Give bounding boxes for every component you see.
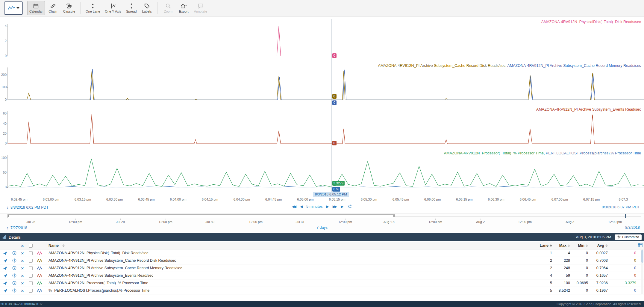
x-axis-label: 6:07:15 pm <box>583 198 600 201</box>
step-forward-button[interactable]: ▶ <box>326 204 329 209</box>
sparkline-icon <box>35 281 44 285</box>
timeline-label: Aug 2 <box>476 220 485 224</box>
toolbar-zoom-button[interactable]: Zoom <box>161 1 176 15</box>
signal-name-cell[interactable]: %PERF.LOCALHOST.Process(piarchss).% Proc… <box>44 288 535 293</box>
timeline-label: 12:00 pm <box>338 220 352 224</box>
table-scrollbar-thumb[interactable] <box>641 250 643 263</box>
row-checkbox[interactable] <box>26 289 35 293</box>
jump-to-signal-button[interactable] <box>0 258 10 263</box>
header-select-all-checkbox[interactable] <box>26 244 35 248</box>
remove-signal-button[interactable]: × <box>19 251 26 255</box>
y-tick-mark <box>7 187 8 188</box>
jump-to-signal-button[interactable] <box>0 288 10 293</box>
skip-end-button[interactable]: ▶ <box>341 204 344 209</box>
info-button[interactable] <box>10 281 19 285</box>
timeline-right-handle[interactable] <box>393 215 395 217</box>
footer: 20.0.38.04-v201808040102 Copyright © 201… <box>0 301 644 307</box>
step-back-button[interactable]: ◀ <box>300 204 303 209</box>
y-tick-label: 20 <box>0 132 7 135</box>
timeline-tick <box>166 219 166 220</box>
toolbar-one-y-axis-button[interactable]: One Y-Axis <box>103 1 123 15</box>
manage-columns-button[interactable] <box>636 243 644 248</box>
jump-to-signal-button[interactable] <box>0 273 10 278</box>
remove-signal-button[interactable]: × <box>19 289 26 293</box>
x-axis-label: 6:05:30 pm <box>361 198 377 201</box>
toolbar-one-lane-button[interactable]: One Lane <box>84 1 102 15</box>
y-tick-mark <box>7 56 8 56</box>
info-button[interactable] <box>10 258 19 263</box>
skip-forward-button[interactable]: ▶▶ <box>333 204 337 209</box>
info-button[interactable] <box>10 251 19 255</box>
info-button[interactable] <box>10 273 19 278</box>
value-cell: 3.3279 <box>608 281 636 285</box>
x-axis-label: 6:07:3 <box>619 198 628 201</box>
header-remove-all[interactable]: × <box>19 244 26 248</box>
remove-signal-button[interactable]: × <box>19 281 26 285</box>
row-checkbox[interactable] <box>26 259 35 263</box>
timeline-tick <box>615 219 615 220</box>
table-row: ×AMAZONA-4RV912N_PI Archive Subsystem_Ev… <box>0 272 644 279</box>
info-button[interactable] <box>10 266 19 270</box>
y-tick-label: 100 <box>0 156 7 159</box>
header-max[interactable]: Max <box>552 243 570 248</box>
avg-cell: 0.1967 <box>588 288 608 293</box>
nav-end-label[interactable]: 8/3/2018 6:07 PM PDT <box>602 205 640 209</box>
signal-name: PERF.LOCALHOST.Process(piarchss).% Proce… <box>54 288 149 293</box>
table-scrollbar[interactable] <box>641 249 643 294</box>
capsule-label: Capsule <box>63 10 75 13</box>
timeline-left-handle[interactable] <box>8 215 9 217</box>
timeline-label: Jul 29 <box>116 220 125 224</box>
toolbar-chain-button[interactable]: Chain <box>46 1 60 15</box>
remove-signal-button[interactable]: × <box>19 274 26 278</box>
lane-4-legend: AMAZONA-4RV912N_PI Archive Subsystem_Eve… <box>536 107 641 112</box>
timeline-display-range-marker[interactable] <box>625 214 626 218</box>
x-axis-label: 6:03:00 pm <box>43 198 59 201</box>
nav-duration-label[interactable]: 5 minutes <box>306 204 322 209</box>
timeline-range-slider[interactable] <box>7 214 395 218</box>
x-axis-label: 6:03:30 pm <box>106 198 123 201</box>
signal-name-cell[interactable]: AMAZONA-4RV912N_PhysicalDisk(_Total)_Dis… <box>44 251 535 255</box>
jump-to-signal-button[interactable] <box>0 251 10 255</box>
labels-label: Labels <box>142 10 152 13</box>
row-checkbox[interactable] <box>26 266 35 270</box>
view-selector-button[interactable] <box>4 1 23 15</box>
toolbar-labels-button[interactable]: Labels <box>140 1 154 15</box>
signal-name-cell[interactable]: AMAZONA-4RV912N_PI Archive Subsystem_Eve… <box>44 273 535 278</box>
sparkline-icon <box>35 274 44 278</box>
toolbar-export-button[interactable]: Export <box>176 1 191 15</box>
x-axis-label: 6:06:00 pm <box>424 198 441 201</box>
remove-signal-button[interactable]: × <box>19 266 26 270</box>
min-cell: 0 <box>570 258 588 263</box>
capsule-icon <box>66 3 72 9</box>
customize-button[interactable]: Customize <box>615 234 642 240</box>
x-axis-label: 6:04:45 pm <box>265 198 282 201</box>
row-checkbox[interactable] <box>26 281 35 285</box>
timeline-label: 12:00 pm <box>608 220 622 224</box>
toolbar-spread-button[interactable]: Spread <box>124 1 139 15</box>
y-tick-label: 0 <box>0 54 7 58</box>
row-checkbox[interactable] <box>26 274 35 278</box>
toolbar-capsule-button[interactable]: Capsule <box>61 1 77 15</box>
jump-to-signal-button[interactable] <box>0 266 10 270</box>
toolbar-annotate-button[interactable]: Annotate <box>192 1 209 15</box>
timeline-tick <box>210 219 210 220</box>
skip-start-button[interactable]: ◀◀ <box>292 204 296 209</box>
lane-cell: 5 <box>535 281 552 285</box>
timeline-duration-label[interactable]: 7 days <box>0 225 644 230</box>
signal-name-cell[interactable]: AMAZONA-4RV912N_PI Archive Subsystem_Cac… <box>44 266 535 270</box>
header-lane[interactable]: Lane <box>535 243 552 248</box>
refresh-button[interactable] <box>348 204 352 209</box>
timeline-end-label[interactable]: 8/3/2018 <box>625 225 640 230</box>
x-axis-label: 6:04:30 pm <box>234 198 250 201</box>
signal-name-cell[interactable]: AMAZONA-4RV912N_PI Archive Subsystem_Cac… <box>44 258 535 263</box>
toolbar-calendar-button[interactable]: Calendar <box>27 1 45 15</box>
info-button[interactable] <box>10 288 19 293</box>
signal-name-cell[interactable]: AMAZONA-4RV912N_Processor(_Total)_% Proc… <box>44 281 535 285</box>
header-min[interactable]: Min <box>570 243 588 248</box>
header-avg[interactable]: Avg <box>588 243 608 248</box>
row-checkbox[interactable] <box>26 251 35 255</box>
avg-cell: 0.1657 <box>588 273 608 278</box>
jump-to-signal-button[interactable] <box>0 281 10 285</box>
header-name[interactable]: Name <box>44 243 535 248</box>
remove-signal-button[interactable]: × <box>19 259 26 263</box>
